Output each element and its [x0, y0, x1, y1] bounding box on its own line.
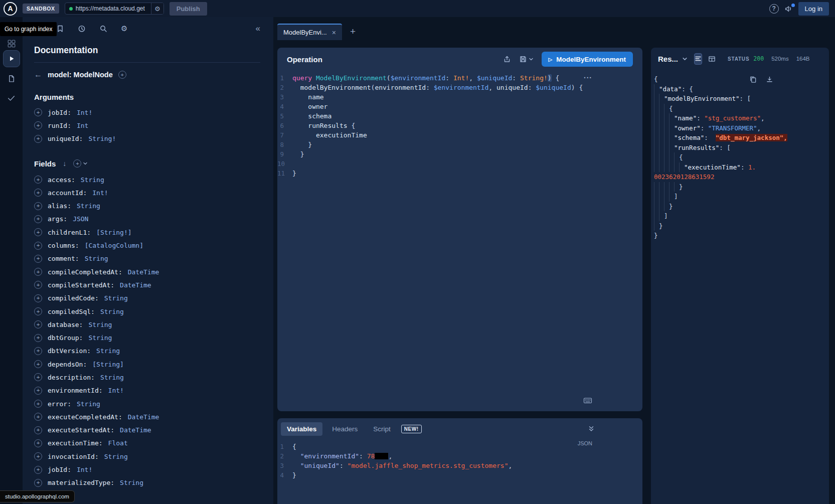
add-field-icon[interactable]: +	[34, 400, 42, 408]
field-type-link[interactable]: String	[77, 202, 100, 210]
share-icon[interactable]	[503, 55, 511, 63]
schema-icon[interactable]	[7, 74, 16, 83]
field-name: environmentId:	[48, 387, 103, 394]
tab-variables[interactable]: Variables	[281, 422, 322, 436]
endpoint-input[interactable]: https://metadata.cloud.get ⚙	[65, 3, 164, 15]
tab-script[interactable]: Script	[367, 422, 397, 436]
field-type-link[interactable]: Float	[108, 439, 128, 447]
add-field-icon[interactable]: +	[34, 202, 42, 210]
field-type-link[interactable]: String	[96, 347, 120, 355]
add-type-icon[interactable]: +	[118, 71, 126, 79]
add-field-icon[interactable]: +	[34, 215, 42, 223]
add-field-icon[interactable]: +	[34, 307, 42, 315]
field-type-link[interactable]: String	[100, 308, 124, 315]
history-icon[interactable]	[78, 25, 86, 33]
add-field-icon[interactable]: +	[34, 268, 42, 276]
add-field-icon[interactable]: +	[34, 373, 42, 381]
endpoint-settings-icon[interactable]: ⚙	[151, 3, 163, 14]
explorer-icon[interactable]	[3, 50, 20, 67]
type-name: model: ModelNode	[48, 71, 113, 79]
add-field-icon[interactable]: +	[34, 121, 42, 129]
tab-operation[interactable]: ModelByEnvi... ×	[277, 24, 342, 40]
apollo-logo[interactable]: A	[4, 2, 17, 16]
add-field-icon[interactable]: +	[34, 334, 42, 342]
help-icon[interactable]: ?	[769, 4, 779, 14]
settings-icon[interactable]: ⚙	[121, 24, 127, 33]
graph-index-icon[interactable]	[7, 39, 16, 48]
add-field-icon[interactable]: +	[34, 189, 42, 197]
copy-icon[interactable]	[749, 76, 757, 83]
field-type-link[interactable]: String	[120, 479, 143, 486]
field-type-link[interactable]: Int!	[77, 109, 92, 116]
field-type-link[interactable]: DateTime	[128, 268, 159, 276]
add-all-fields-icon[interactable]: +	[73, 159, 88, 167]
code-line: }	[654, 182, 797, 192]
field-type-link[interactable]: String	[85, 255, 108, 262]
collapse-panel-icon[interactable]: «	[256, 24, 260, 34]
operation-editor[interactable]: 1query ModelByEnvironment($environmentId…	[277, 71, 642, 178]
add-field-icon[interactable]: +	[34, 452, 42, 460]
field-type-link[interactable]: DateTime	[128, 413, 159, 421]
keyboard-shortcuts-icon[interactable]	[583, 397, 592, 404]
response-viewer[interactable]: {"data": {"modelByEnvironment": [{"name"…	[651, 70, 829, 504]
field-type-link[interactable]: DateTime	[120, 281, 151, 289]
field-type-link[interactable]: [String!]	[96, 229, 131, 236]
add-field-icon[interactable]: +	[34, 466, 42, 474]
publish-button[interactable]: Publish	[170, 2, 207, 16]
bookmark-icon[interactable]	[56, 25, 64, 33]
more-options-icon[interactable]: ···	[584, 74, 592, 82]
download-icon[interactable]	[766, 76, 773, 83]
run-button[interactable]: ▷ ModelByEnvironment	[542, 52, 633, 67]
add-field-icon[interactable]: +	[34, 347, 42, 355]
add-field-icon[interactable]: +	[34, 360, 42, 368]
tab-headers[interactable]: Headers	[326, 422, 364, 436]
field-type-link[interactable]: String!	[88, 135, 116, 142]
close-tab-icon[interactable]: ×	[332, 29, 336, 37]
collapse-bottom-icon[interactable]	[588, 425, 595, 432]
indent-guide	[654, 84, 659, 94]
code-line: ]	[654, 211, 797, 221]
field-type-link[interactable]: String	[88, 321, 112, 328]
field-type-link[interactable]: [String]	[92, 361, 124, 368]
add-field-icon[interactable]: +	[34, 176, 42, 184]
add-field-icon[interactable]: +	[34, 281, 42, 289]
add-field-icon[interactable]: +	[34, 479, 42, 487]
login-button[interactable]: Log in	[798, 2, 829, 16]
response-dropdown-icon[interactable]	[682, 56, 688, 62]
add-field-icon[interactable]: +	[34, 242, 42, 250]
field-type-link[interactable]: Int	[77, 122, 88, 129]
search-icon[interactable]	[99, 25, 107, 33]
add-field-icon[interactable]: +	[34, 439, 42, 447]
field-type-link[interactable]: [CatalogColumn]	[85, 242, 143, 249]
field-type-link[interactable]: JSON	[73, 215, 88, 223]
announcements-icon[interactable]	[784, 5, 793, 13]
add-field-icon[interactable]: +	[34, 387, 42, 395]
save-group[interactable]	[519, 55, 534, 63]
sort-fields-icon[interactable]: ↓	[63, 159, 66, 167]
field-type-link[interactable]: DateTime	[120, 426, 151, 434]
field-type-link[interactable]: String	[104, 294, 128, 302]
field-type-link[interactable]: Int!	[108, 387, 124, 394]
add-field-icon[interactable]: +	[34, 108, 42, 116]
add-field-icon[interactable]: +	[34, 413, 42, 421]
add-field-icon[interactable]: +	[34, 135, 42, 143]
add-field-icon[interactable]: +	[34, 255, 42, 263]
table-view-toggle[interactable]	[708, 55, 716, 63]
add-field-icon[interactable]: +	[34, 228, 42, 236]
indent-guide	[669, 123, 674, 133]
field-type-link[interactable]: String	[88, 334, 112, 342]
field-type-link[interactable]: Int!	[77, 466, 92, 473]
field-type-link[interactable]: String	[77, 400, 100, 408]
raw-view-toggle[interactable]	[694, 53, 702, 65]
add-field-icon[interactable]: +	[34, 426, 42, 434]
field-type-link[interactable]: String	[100, 374, 124, 381]
add-field-icon[interactable]: +	[34, 294, 42, 302]
checks-icon[interactable]	[7, 94, 16, 102]
field-type-link[interactable]: String	[81, 176, 104, 184]
add-field-icon[interactable]: +	[34, 320, 42, 328]
field-type-link[interactable]: Int!	[92, 189, 108, 197]
field-type-link[interactable]: String	[104, 453, 128, 460]
variables-panel: VariablesHeadersScript NEW! JSON 1{2 "en…	[277, 418, 642, 504]
back-icon[interactable]: ←	[34, 70, 42, 79]
new-tab-icon[interactable]: +	[350, 26, 356, 37]
